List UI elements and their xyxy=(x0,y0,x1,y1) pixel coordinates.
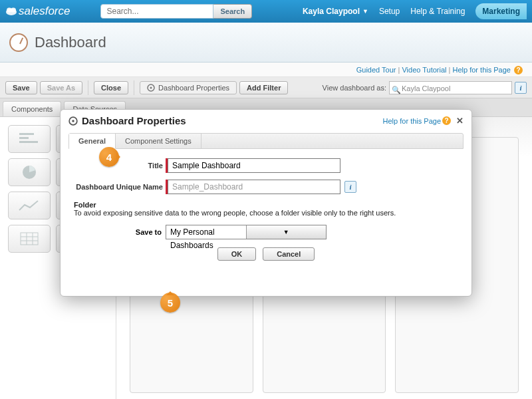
global-search: Search xyxy=(100,4,252,19)
dashboard-properties-dialog: Dashboard Properties Help for this Page … xyxy=(60,109,472,297)
view-as-label: View dashboard as: xyxy=(323,84,386,92)
chart-line-icon[interactable] xyxy=(8,192,51,219)
info-icon[interactable]: i xyxy=(344,181,356,193)
separator xyxy=(134,80,134,95)
close-button[interactable]: Close xyxy=(94,81,128,94)
svg-point-4 xyxy=(150,86,152,88)
help-training-link[interactable]: Help & Training xyxy=(410,7,465,16)
page-title: Dashboard xyxy=(35,34,106,51)
chevron-down-icon: ▼ xyxy=(246,225,327,239)
view-as-lookup[interactable]: Kayla Claypool xyxy=(389,81,512,94)
video-tutorial-link[interactable]: Video Tutorial xyxy=(402,66,446,74)
tab-components[interactable]: Components xyxy=(3,101,61,116)
page-help-links: Guided Tour | Video Tutorial | Help for … xyxy=(0,63,532,77)
chart-pie-icon[interactable] xyxy=(8,158,51,186)
separator xyxy=(88,80,88,95)
dashboard-toolbar: Save Save As Close Dashboard Properties … xyxy=(0,77,532,98)
folder-description: To avoid exposing sensitive data to the … xyxy=(74,209,396,217)
chart-table-icon[interactable] xyxy=(8,225,51,253)
dashboard-properties-label: Dashboard Properties xyxy=(158,84,229,92)
dialog-close-icon[interactable]: ✕ xyxy=(456,116,464,126)
dashboard-properties-button[interactable]: Dashboard Properties xyxy=(140,81,237,94)
user-menu[interactable]: Kayla Claypool xyxy=(303,7,368,16)
dialog-help-link[interactable]: Help for this Page xyxy=(383,117,441,125)
dialog-tabs: General Component Settings xyxy=(68,133,464,149)
folder-section: Folder To avoid exposing sensitive data … xyxy=(74,201,458,217)
gear-icon xyxy=(68,116,78,126)
save-to-value: My Personal Dashboards xyxy=(166,225,246,239)
dialog-body: Title Dashboard Unique Name i Folder To … xyxy=(61,149,471,267)
save-as-button[interactable]: Save As xyxy=(40,81,82,94)
app-menu[interactable]: Marketing xyxy=(475,3,527,19)
gear-icon xyxy=(147,84,155,92)
save-to-label: Save to xyxy=(72,228,166,236)
cancel-button[interactable]: Cancel xyxy=(263,247,315,261)
title-label: Title xyxy=(72,162,166,170)
folder-heading: Folder xyxy=(74,201,96,209)
chart-hbar-icon[interactable] xyxy=(8,125,51,153)
save-button[interactable]: Save xyxy=(5,81,37,94)
save-to-select[interactable]: My Personal Dashboards ▼ xyxy=(166,225,327,239)
info-icon[interactable]: i xyxy=(515,82,527,94)
salesforce-header: salesforce Search Kayla Claypool Setup H… xyxy=(0,0,532,23)
salesforce-logo: salesforce xyxy=(5,5,70,18)
page-title-bar: Dashboard xyxy=(0,23,532,63)
svg-rect-7 xyxy=(19,141,38,143)
tab-component-settings[interactable]: Component Settings xyxy=(116,134,201,148)
search-input[interactable] xyxy=(100,4,213,19)
svg-rect-6 xyxy=(19,137,29,139)
search-button[interactable]: Search xyxy=(213,4,252,19)
callout-4: 4 xyxy=(99,147,119,167)
guided-tour-link[interactable]: Guided Tour xyxy=(356,66,396,74)
svg-rect-14 xyxy=(21,233,38,245)
add-filter-button[interactable]: Add Filter xyxy=(239,81,288,94)
help-icon[interactable]: ? xyxy=(442,116,451,125)
setup-link[interactable]: Setup xyxy=(379,7,400,16)
cloud-icon xyxy=(5,5,17,17)
product-name: salesforce xyxy=(19,5,70,17)
unique-name-label: Dashboard Unique Name xyxy=(72,183,166,191)
ok-button[interactable]: OK xyxy=(217,247,257,261)
unique-name-input[interactable] xyxy=(168,180,340,194)
dashboard-gauge-icon xyxy=(9,33,28,52)
svg-rect-5 xyxy=(19,133,34,135)
dialog-title: Dashboard Properties xyxy=(82,115,186,126)
title-input[interactable] xyxy=(168,158,340,173)
help-page-link[interactable]: Help for this Page xyxy=(453,66,511,74)
help-icon[interactable]: ? xyxy=(514,66,523,74)
svg-point-2 xyxy=(11,8,16,13)
callout-5: 5 xyxy=(160,293,180,313)
svg-point-21 xyxy=(72,120,74,122)
